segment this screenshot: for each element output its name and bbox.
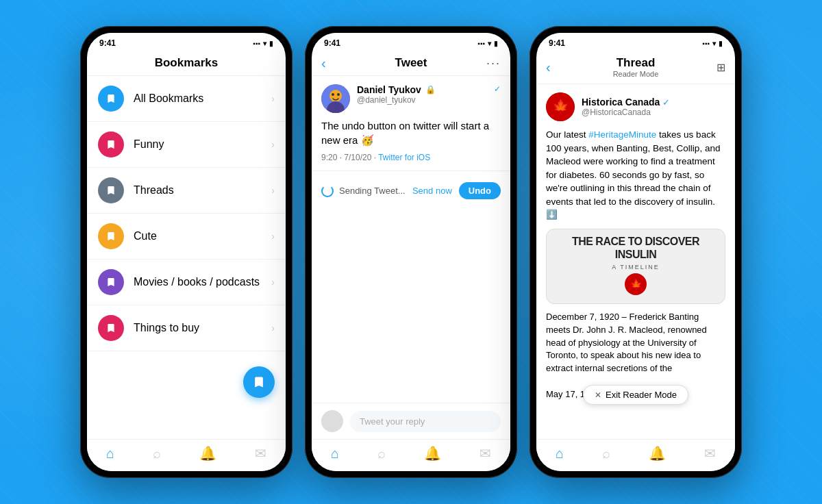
bookmark-buy-label: Things to buy <box>134 322 271 334</box>
bookmark-threads-icon <box>98 177 124 203</box>
tab-bar-1: ⌂ ⌕ 🔔 ✉ <box>87 439 286 471</box>
tab-home-2[interactable]: ⌂ <box>331 446 339 462</box>
reply-avatar <box>321 410 343 432</box>
hashtag-heritage: #HeritageMinute <box>588 129 656 140</box>
tweet-nav: ‹ Tweet ··· <box>312 51 510 76</box>
battery-icon-2: ▮ <box>494 40 498 47</box>
tab-search-1[interactable]: ⌕ <box>153 446 161 462</box>
bookmark-movies[interactable]: Movies / books / podcasts › <box>87 260 286 305</box>
send-now-button[interactable]: Send now <box>412 186 452 196</box>
svg-point-4 <box>337 93 340 96</box>
more-button[interactable]: ··· <box>486 56 501 71</box>
phone-3: 9:41 ▪▪▪ ▾ ▮ ‹ Thread Reader Mode ⊞ <box>530 26 742 478</box>
thread-nav: ‹ Thread Reader Mode ⊞ <box>536 51 735 84</box>
phone-1: 9:41 ▪▪▪ ▾ ▮ Bookmarks All Bookmarks <box>80 26 292 478</box>
bookmark-funny-icon <box>98 131 124 158</box>
sending-text: Sending Tweet... <box>339 186 406 196</box>
signal-icon-2: ▪▪▪ <box>477 40 485 47</box>
image-subtitle: A Timeline <box>553 264 718 270</box>
tab-messages-2[interactable]: ✉ <box>480 445 491 462</box>
bookmark-all[interactable]: All Bookmarks › <box>87 76 286 122</box>
status-icons-1: ▪▪▪ ▾ ▮ <box>253 40 273 47</box>
svg-point-3 <box>332 93 334 96</box>
bookmark-buy-icon <box>98 315 124 341</box>
bookmark-movies-chevron: › <box>271 277 275 288</box>
tab-bar-2: ⌂ ⌕ 🔔 ✉ <box>312 439 510 471</box>
status-bar-1: 9:41 ▪▪▪ ▾ ▮ <box>87 33 286 51</box>
tab-messages-3[interactable]: ✉ <box>704 445 716 462</box>
verified-icon-3: ✓ <box>662 97 670 108</box>
wifi-icon: ▾ <box>263 40 266 47</box>
reply-input[interactable]: Tweet your reply <box>350 411 501 432</box>
bookmark-all-label: All Bookmarks <box>134 92 271 105</box>
status-icons-3: ▪▪▪ ▾ ▮ <box>702 40 723 47</box>
tab-notifications-1[interactable]: 🔔 <box>199 445 216 462</box>
bookmark-threads-chevron: › <box>271 185 275 196</box>
bookmark-cute-chevron: › <box>271 231 275 242</box>
tweet-author-avatar <box>321 84 350 113</box>
tweet-author-name: Daniel Tyukov <box>357 84 421 95</box>
bookmark-movies-label: Movies / books / podcasts <box>134 276 271 288</box>
svg-text:🍁: 🍁 <box>552 98 569 114</box>
bookmark-funny-chevron: › <box>271 139 275 150</box>
follow-button[interactable]: ✓ <box>494 84 501 94</box>
bookmark-threads[interactable]: Threads › <box>87 168 286 214</box>
signal-icon: ▪▪▪ <box>253 40 260 47</box>
compose-fab[interactable] <box>243 366 275 398</box>
undo-button[interactable]: Undo <box>459 182 501 199</box>
thread-tweet-text: Our latest #HeritageMinute takes us back… <box>546 128 725 222</box>
reply-bar: Tweet your reply <box>312 403 510 439</box>
tab-search-3[interactable]: ⌕ <box>602 446 610 462</box>
back-button-3[interactable]: ‹ <box>546 60 551 75</box>
wifi-icon-2: ▾ <box>488 40 491 47</box>
bookmark-funny-label: Funny <box>134 138 271 151</box>
tab-notifications-2[interactable]: 🔔 <box>424 445 441 462</box>
sending-right: Send now Undo <box>412 182 501 199</box>
bookmarks-title: Bookmarks <box>155 56 219 70</box>
bookmark-funny[interactable]: Funny › <box>87 122 286 168</box>
bookmark-all-chevron: › <box>271 93 275 104</box>
tab-home-1[interactable]: ⌂ <box>106 446 114 462</box>
tab-messages-1[interactable]: ✉ <box>255 445 266 462</box>
tweet-author-handle: @daniel_tyukov <box>357 95 494 105</box>
phone-2: 9:41 ▪▪▪ ▾ ▮ ‹ Tweet ··· <box>305 26 517 478</box>
thread-body: 🍁 Historica Canada ✓ @HistoricaCanada Ou… <box>536 84 735 415</box>
thread-author-avatar: 🍁 <box>546 92 575 121</box>
thread-author-row: 🍁 Historica Canada ✓ @HistoricaCanada <box>546 92 725 121</box>
exit-reader-mode-button[interactable]: ✕ Exit Reader Mode <box>583 385 688 405</box>
reader-icon[interactable]: ⊞ <box>717 61 725 74</box>
bookmark-all-icon <box>98 86 124 112</box>
tab-notifications-3[interactable]: 🔔 <box>649 445 666 462</box>
battery-icon-3: ▮ <box>719 40 723 47</box>
bookmarks-content: All Bookmarks › Funny › Threads › <box>87 76 286 439</box>
tweet-author-row: Daniel Tyukov 🔒 @daniel_tyukov ✓ <box>321 84 501 113</box>
bookmark-cute-icon <box>98 223 124 249</box>
close-reader-icon: ✕ <box>595 390 601 400</box>
status-bar-3: 9:41 ▪▪▪ ▾ ▮ <box>536 33 735 51</box>
battery-icon: ▮ <box>269 40 273 47</box>
tab-search-2[interactable]: ⌕ <box>377 446 386 462</box>
tab-bar-3: ⌂ ⌕ 🔔 ✉ <box>536 439 735 471</box>
bookmark-buy[interactable]: Things to buy › <box>87 305 286 351</box>
status-time-2: 9:41 <box>324 38 340 48</box>
thread-author-info: Historica Canada ✓ @HistoricaCanada <box>582 97 725 117</box>
image-title: The Race to Discover Insulin <box>553 235 718 261</box>
bookmark-movies-icon <box>98 269 124 295</box>
status-bar-2: 9:41 ▪▪▪ ▾ ▮ <box>312 33 510 51</box>
status-time-3: 9:41 <box>549 38 565 48</box>
bookmark-threads-label: Threads <box>134 184 271 197</box>
thread-author-name: Historica Canada <box>582 97 660 108</box>
tweet-title: Tweet <box>395 56 427 70</box>
status-time-1: 9:41 <box>99 38 116 48</box>
sending-row: Sending Tweet... Send now Undo <box>321 178 501 203</box>
tweet-source: Twitter for iOS <box>378 153 430 162</box>
bookmark-cute[interactable]: Cute › <box>87 214 286 260</box>
sending-spinner <box>321 185 334 197</box>
bookmark-buy-chevron: › <box>271 323 275 333</box>
sending-left: Sending Tweet... <box>321 185 406 197</box>
back-button[interactable]: ‹ <box>321 55 326 71</box>
thread-image-card: The Race to Discover Insulin A Timeline … <box>546 229 725 304</box>
tweet-body: Daniel Tyukov 🔒 @daniel_tyukov ✓ The und… <box>312 76 510 212</box>
reader-mode-subtitle: Reader Mode <box>613 70 659 78</box>
tab-home-3[interactable]: ⌂ <box>556 446 564 462</box>
